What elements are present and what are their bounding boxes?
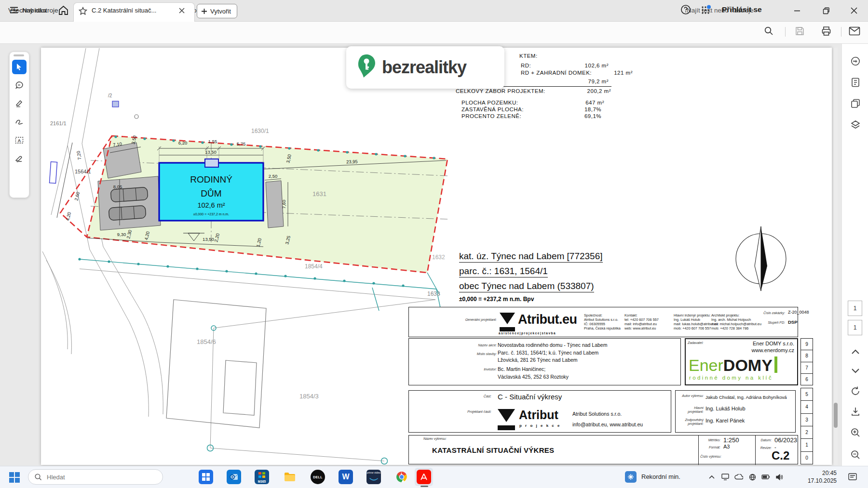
part-company: Atribut Solutions s.r.o. bbox=[572, 411, 622, 417]
parcel-label: /2 bbox=[108, 93, 112, 98]
enerdomy-logo-green: Ener bbox=[689, 356, 723, 374]
tab-title[interactable]: C.2 Katastrální situač... bbox=[92, 7, 174, 14]
part-contact: info@atribut.eu, www.atribut.eu bbox=[572, 422, 643, 427]
page-number-box[interactable]: 1 bbox=[848, 320, 862, 335]
hidden-icons-chevron[interactable] bbox=[707, 473, 717, 481]
file-explorer-icon[interactable] bbox=[283, 470, 297, 484]
comment-tool-button[interactable] bbox=[12, 78, 27, 92]
start-button[interactable] bbox=[9, 472, 20, 485]
onedrive-tray-icon[interactable] bbox=[734, 473, 744, 481]
weather-icon[interactable] bbox=[625, 471, 637, 483]
next-page-icon[interactable] bbox=[850, 365, 861, 377]
highlight-tool-button[interactable] bbox=[12, 96, 27, 111]
part-label: Část: bbox=[464, 395, 491, 398]
text-box-tool-button[interactable]: A bbox=[12, 133, 27, 147]
acrobat-icon[interactable] bbox=[417, 470, 431, 484]
hamburger-menu-icon[interactable] bbox=[10, 6, 18, 16]
general-designer-label: Generální projektant: bbox=[457, 318, 497, 322]
email-icon[interactable] bbox=[849, 26, 860, 38]
dimension-label: 1,55 bbox=[208, 139, 217, 144]
zoom-out-icon[interactable] bbox=[850, 449, 861, 461]
print-icon[interactable] bbox=[821, 26, 832, 39]
parcel-label: 1630/1 bbox=[251, 128, 269, 134]
vertical-scrollbar-thumb[interactable] bbox=[834, 403, 838, 428]
select-tool-button[interactable] bbox=[12, 60, 27, 74]
dimension-label: 7,20 bbox=[76, 151, 82, 160]
restore-button[interactable] bbox=[820, 6, 832, 15]
format-label: Formát: bbox=[700, 446, 720, 449]
author-value: Jakub Chvátal, Ing. Adriána Bohyníková bbox=[705, 395, 787, 400]
word-icon[interactable]: W bbox=[339, 470, 353, 484]
dell-icon[interactable]: DELL bbox=[311, 470, 325, 484]
investor-line: Václavská 425, 252 63 Roztoky bbox=[498, 374, 569, 380]
menu-nabidka[interactable]: Nabídka bbox=[22, 7, 46, 14]
notifications-icon[interactable] bbox=[848, 472, 857, 484]
survey-marker-square bbox=[112, 101, 119, 107]
home-icon[interactable] bbox=[58, 5, 69, 18]
apps-grid-icon[interactable] bbox=[700, 4, 712, 18]
export-pdf-icon[interactable] bbox=[850, 406, 861, 417]
save-icon[interactable] bbox=[795, 26, 805, 38]
drawing-name-value: KATASTRÁLNÍ SITUAČNÍ VÝKRES bbox=[432, 446, 554, 454]
dimension-label: 8,05 bbox=[113, 184, 122, 189]
neighbor-building-blue bbox=[49, 162, 57, 184]
atribut-logo-text: Atribut.eu bbox=[518, 312, 577, 327]
m365-app-icon[interactable] bbox=[199, 470, 213, 484]
sign-in-button[interactable]: Přihlásit se bbox=[722, 5, 762, 14]
dimension-label: 13,50 bbox=[205, 149, 217, 155]
summary-label: RD: bbox=[521, 63, 531, 68]
battery-tray-icon[interactable] bbox=[761, 473, 771, 481]
client-web: www.enerdomy.cz bbox=[752, 347, 794, 353]
stage-value: DSP bbox=[788, 319, 798, 325]
draw-tool-button[interactable] bbox=[12, 115, 27, 129]
atribut-logo-tagline: asistence|projekce|stavba bbox=[499, 331, 556, 335]
m365-copilot-icon[interactable]: M365 bbox=[255, 470, 269, 484]
prime-video-icon[interactable]: prime video bbox=[366, 470, 381, 484]
chrome-icon[interactable] bbox=[394, 470, 409, 484]
display-tray-icon[interactable] bbox=[720, 473, 730, 481]
volume-tray-icon[interactable] bbox=[774, 473, 784, 481]
house-area: 102,6 m² bbox=[197, 201, 225, 209]
search-icon[interactable] bbox=[764, 26, 773, 38]
titleblock-authors-box: Autor výkresu: Jakub Chvátal, Ing. Adriá… bbox=[675, 390, 796, 433]
network-tray-icon[interactable] bbox=[747, 473, 757, 481]
enerdomy-logo-bar bbox=[774, 356, 777, 373]
pages-panel-icon[interactable] bbox=[850, 98, 861, 109]
bezrealitky-pin-icon bbox=[357, 53, 376, 81]
taskbar-search[interactable] bbox=[28, 469, 163, 485]
bookmarks-panel-icon[interactable] bbox=[850, 77, 861, 88]
word-label: W bbox=[342, 473, 349, 481]
rotate-page-icon[interactable] bbox=[850, 385, 861, 397]
create-button[interactable]: Vytvořit bbox=[197, 4, 237, 18]
sign-tool-button[interactable] bbox=[12, 151, 27, 166]
ruler-digit: 0 bbox=[801, 451, 813, 464]
tab-close-icon[interactable] bbox=[178, 7, 185, 16]
outlook-icon[interactable]: O bbox=[227, 470, 241, 484]
layers-panel-icon[interactable] bbox=[850, 119, 861, 131]
ruler-digit: 8 bbox=[801, 350, 813, 361]
ai-assistant-icon[interactable] bbox=[850, 55, 861, 67]
investor-line: Bc. Martin Haničinec; bbox=[498, 366, 545, 372]
action-name-label: Název akce: bbox=[450, 343, 497, 347]
part-designer-label: Projektant části: bbox=[464, 410, 491, 414]
taskbar-clock[interactable]: 20:45 17.10.2025 bbox=[798, 469, 837, 485]
star-icon[interactable] bbox=[79, 7, 87, 17]
weather-label[interactable]: Rekordní min. bbox=[641, 473, 680, 480]
contact-line: web: www.atribut.eu bbox=[624, 327, 659, 331]
m365-label: M365 bbox=[258, 480, 266, 483]
close-button[interactable] bbox=[848, 6, 860, 15]
ruler-strip-bottom: 5 4 3 2 1 0 bbox=[800, 388, 813, 464]
format-value: A3 bbox=[723, 444, 730, 449]
help-icon[interactable] bbox=[680, 4, 692, 17]
titleblock-client-box: Zadavatel: Ener DOMY s.r.o. www.enerdomy… bbox=[685, 338, 798, 385]
summary-value: 647 m² bbox=[585, 100, 604, 106]
toolbar-drag-handle[interactable] bbox=[14, 54, 24, 56]
zoom-in-icon[interactable] bbox=[850, 427, 861, 438]
svg-text:A: A bbox=[18, 138, 21, 143]
taskbar-search-input[interactable] bbox=[46, 473, 144, 481]
previous-page-icon[interactable] bbox=[850, 346, 861, 357]
dimension-label: 13,50 bbox=[203, 237, 214, 242]
page-thumbnail-1[interactable]: 1 bbox=[848, 301, 862, 316]
minimize-button[interactable] bbox=[791, 6, 803, 15]
architect-line: mob: +420 728 384 786 bbox=[711, 327, 761, 331]
